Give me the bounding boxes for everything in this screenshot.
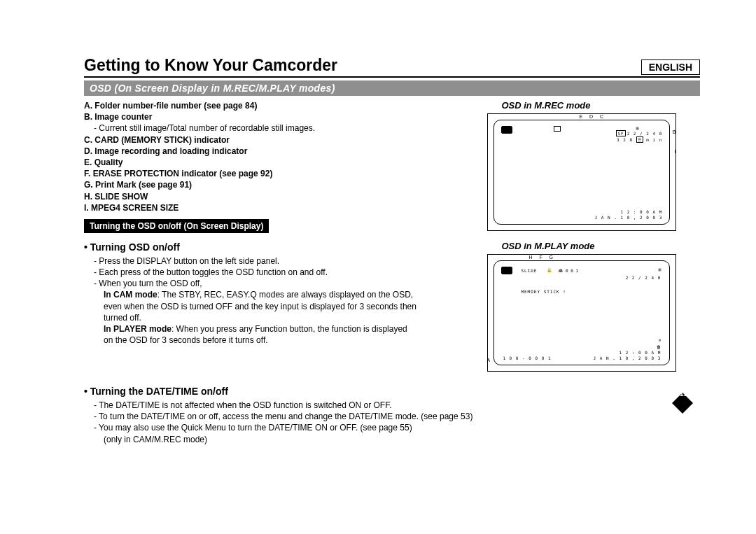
item-a: A. Folder number-file number (see page 8… [84, 100, 450, 111]
page-number: 19 [680, 390, 687, 398]
item-f: F. ERASE PROTECTION indicator (see page … [84, 168, 450, 179]
quality-icon [554, 126, 561, 132]
rec-size: 3 2 0 ☰ m i n [617, 137, 662, 142]
cam-mode-text: : The STBY, REC, EASY.Q modes are always… [158, 290, 414, 300]
player-mode-text: : When you press any Function button, th… [172, 324, 407, 334]
play-ratio: 2 2 / 2 4 0 [626, 275, 662, 280]
turning-datetime-heading: • Turning the DATE/TIME on/off [84, 386, 700, 397]
osd-play-frame: H F G A SLIDE 🔒 🖶 0 0 1 ▥ 2 2 / 2 4 0 ME… [487, 254, 676, 372]
osd-rec-frame: E D C B I ▥ SF2 2 / 2 4 0 3 2 0 ☰ m i n … [487, 113, 676, 231]
osd-line: - Press the DISPLAY button on the left s… [84, 255, 450, 267]
osd-rec-box: OSD in M.REC mode E D C B I ▥ SF2 2 / 2 … [487, 100, 676, 231]
protect-icon: ⊘ [659, 337, 662, 342]
card-icon: ▥ [636, 125, 639, 130]
label-i: I [674, 149, 676, 154]
osd-play-screen: SLIDE 🔒 🖶 0 0 1 ▥ 2 2 / 2 4 0 MEMORY STI… [493, 260, 670, 365]
osd-line: - When you turn the OSD off, [84, 278, 450, 289]
osd-rec-screen: ▥ SF2 2 / 2 4 0 3 2 0 ☰ m i n 1 2 : 0 0 … [493, 120, 670, 225]
player-mode-label: In PLAYER mode [104, 324, 172, 334]
lock-icon: 🔒 [547, 267, 552, 272]
item-d: D. Image recording and loading indicator [84, 146, 450, 157]
osd-line: on the OSD for 3 seconds before it turns… [84, 335, 450, 346]
trash-icon: 🗑 [657, 344, 661, 349]
item-c: C. CARD (MEMORY STICK) indicator [84, 134, 450, 146]
black-label: Turning the OSD on/off (On Screen Displa… [84, 219, 269, 233]
play-time: 1 2 : 0 0 A M [619, 350, 661, 355]
dt-line: (only in CAM/M.REC mode) [84, 434, 700, 445]
dt-line: - You may also use the Quick Menu to tur… [84, 422, 700, 433]
play-date: J A N . 1 0 , 2 0 0 3 [594, 356, 662, 360]
dt-line: - To turn the DATE/TIME on or off, acces… [84, 411, 700, 422]
turning-datetime-body: - The DATE/TIME is not affected when the… [84, 400, 700, 445]
label-edc: E D C [579, 114, 606, 119]
turning-osd-heading: • Turning OSD on/off [84, 241, 450, 253]
play-ms: MEMORY STICK ! [521, 289, 566, 294]
osd-play-caption: OSD in M.PLAY mode [487, 241, 676, 251]
left-column: A. Folder number-file number (see page 8… [84, 100, 450, 381]
label-b: B [673, 129, 676, 134]
card-icon: ▥ [659, 267, 662, 272]
language-box: ENGLISH [641, 59, 700, 75]
item-b: B. Image counter [84, 111, 450, 122]
osd-line: In PLAYER mode: When you press any Funct… [84, 323, 450, 335]
osd-line: In CAM mode: The STBY, REC, EASY.Q modes… [84, 289, 450, 300]
item-e: E. Quality [84, 157, 450, 168]
right-column: OSD in M.REC mode E D C B I ▥ SF2 2 / 2 … [464, 100, 700, 381]
item-b-sub: - Current still image/Total number of re… [84, 122, 450, 134]
rec-time: 1 2 : 0 0 A M [620, 209, 662, 214]
item-list: A. Folder number-file number (see page 8… [84, 100, 450, 213]
play-folder: 1 0 0 - 0 0 0 1 [503, 356, 551, 360]
cam-mode-label: In CAM mode [104, 290, 158, 300]
label-a: A [486, 358, 490, 363]
rec-counter: SF2 2 / 2 4 0 [616, 131, 662, 136]
dt-line: - The DATE/TIME is not affected when the… [84, 400, 700, 411]
rec-date: J A N . 1 0 , 2 0 0 3 [595, 215, 663, 220]
item-g: G. Print Mark (see page 91) [84, 179, 450, 190]
label-hfg: H F G [528, 255, 556, 260]
osd-line: even when the OSD is turned OFF and the … [84, 301, 450, 312]
osd-play-box: OSD in M.PLAY mode H F G A SLIDE 🔒 🖶 0 0… [487, 241, 676, 372]
print-icon: 🖶 0 0 1 [559, 268, 578, 273]
osd-line: - Each press of the button toggles the O… [84, 267, 450, 278]
item-h: H. SLIDE SHOW [84, 191, 450, 202]
turning-osd-body: - Press the DISPLAY button on the left s… [84, 255, 450, 346]
page-title: Getting to Know Your Camcorder [84, 56, 700, 78]
osd-rec-caption: OSD in M.REC mode [487, 100, 676, 111]
battery-icon [501, 126, 512, 134]
battery-icon [501, 267, 512, 274]
osd-line: turned off. [84, 312, 450, 323]
section-bar: OSD (On Screen Display in M.REC/M.PLAY m… [84, 80, 700, 96]
item-i: I. MPEG4 SCREEN SIZE [84, 202, 450, 213]
play-slide: SLIDE [521, 268, 537, 273]
